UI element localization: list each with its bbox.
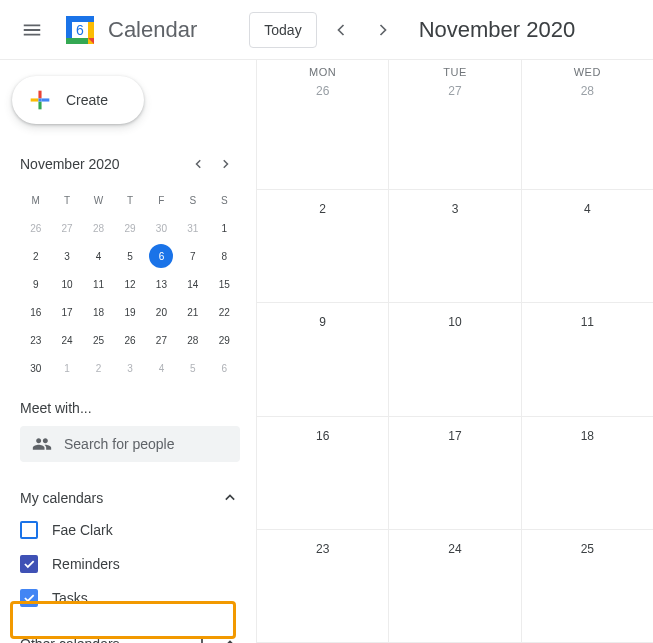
mini-day[interactable]: 19 [114, 298, 145, 326]
chevron-left-icon [331, 20, 351, 40]
mini-day[interactable]: 18 [83, 298, 114, 326]
mini-day[interactable]: 1 [209, 214, 240, 242]
main-menu-button[interactable] [8, 6, 56, 54]
mini-day[interactable]: 11 [83, 270, 114, 298]
calendar-checkbox[interactable] [20, 555, 38, 573]
day-cell[interactable]: 11 [522, 303, 653, 415]
day-number: 28 [581, 84, 594, 98]
today-button[interactable]: Today [249, 12, 316, 48]
grid-row: MON26TUE27WED28 [257, 60, 653, 190]
day-cell[interactable]: 3 [389, 190, 521, 302]
mini-day[interactable]: 17 [51, 298, 82, 326]
mini-day[interactable]: 30 [20, 354, 51, 382]
prev-period-button[interactable] [323, 12, 359, 48]
calendar-label: Tasks [52, 590, 88, 606]
calendar-checkbox[interactable] [20, 521, 38, 539]
mini-day[interactable]: 26 [114, 326, 145, 354]
people-icon [32, 434, 52, 454]
day-cell[interactable]: WED28 [522, 60, 653, 189]
day-number: 16 [316, 429, 329, 443]
mini-day[interactable]: 27 [51, 214, 82, 242]
other-calendars-section: Other calendars [20, 630, 240, 643]
search-people-input[interactable]: Search for people [20, 426, 240, 462]
mini-day[interactable]: 28 [83, 214, 114, 242]
mini-day[interactable]: 28 [177, 326, 208, 354]
svg-rect-11 [38, 98, 41, 101]
mini-day[interactable]: 23 [20, 326, 51, 354]
svg-rect-7 [38, 91, 41, 99]
my-calendars-header[interactable]: My calendars [20, 484, 240, 512]
mini-day[interactable]: 4 [146, 354, 177, 382]
my-calendars-section: My calendars Fae ClarkRemindersTasks [20, 484, 240, 614]
mini-day[interactable]: 15 [209, 270, 240, 298]
day-number: 25 [581, 542, 594, 556]
day-number: 11 [581, 315, 594, 329]
app-logo-group[interactable]: 6 Calendar [60, 10, 197, 50]
day-cell[interactable]: 9 [257, 303, 389, 415]
mini-calendar-title: November 2020 [20, 156, 120, 172]
mini-day[interactable]: 7 [177, 242, 208, 270]
chevron-left-icon [189, 155, 207, 173]
calendar-item[interactable]: Reminders [20, 548, 240, 580]
mini-next-month-button[interactable] [212, 150, 240, 178]
mini-day[interactable]: 21 [177, 298, 208, 326]
day-number: 27 [448, 84, 461, 98]
mini-day[interactable]: 6 [209, 354, 240, 382]
day-cell[interactable]: 16 [257, 417, 389, 529]
day-cell[interactable]: MON26 [257, 60, 389, 189]
next-period-button[interactable] [365, 12, 401, 48]
mini-day[interactable]: 6 [149, 244, 173, 268]
mini-day[interactable]: 20 [146, 298, 177, 326]
create-button[interactable]: Create [12, 76, 144, 124]
mini-day[interactable]: 9 [20, 270, 51, 298]
mini-day[interactable]: 24 [51, 326, 82, 354]
mini-day[interactable]: 31 [177, 214, 208, 242]
day-cell[interactable]: 24 [389, 530, 521, 642]
day-number: 18 [581, 429, 594, 443]
mini-dow: F [146, 186, 177, 214]
mini-day[interactable]: 29 [209, 326, 240, 354]
mini-day[interactable]: 14 [177, 270, 208, 298]
calendar-item[interactable]: Tasks [20, 582, 240, 614]
mini-day[interactable]: 1 [51, 354, 82, 382]
mini-prev-month-button[interactable] [184, 150, 212, 178]
plus-icon[interactable] [192, 634, 212, 643]
mini-day[interactable]: 26 [20, 214, 51, 242]
search-placeholder: Search for people [64, 436, 175, 452]
mini-day[interactable]: 2 [20, 242, 51, 270]
day-cell[interactable]: 4 [522, 190, 653, 302]
mini-day[interactable]: 4 [83, 242, 114, 270]
mini-day[interactable]: 25 [83, 326, 114, 354]
mini-day[interactable]: 22 [209, 298, 240, 326]
mini-day[interactable]: 12 [114, 270, 145, 298]
mini-day[interactable]: 10 [51, 270, 82, 298]
other-calendars-header[interactable]: Other calendars [20, 630, 240, 643]
mini-day[interactable]: 30 [146, 214, 177, 242]
sidebar: Create November 2020 MTWTFSS262728293031… [0, 60, 256, 643]
mini-day[interactable]: 3 [114, 354, 145, 382]
day-number: 17 [448, 429, 461, 443]
mini-day[interactable]: 2 [83, 354, 114, 382]
mini-dow: T [51, 186, 82, 214]
mini-day[interactable]: 29 [114, 214, 145, 242]
day-number: 26 [316, 84, 329, 98]
calendar-checkbox[interactable] [20, 589, 38, 607]
mini-day[interactable]: 16 [20, 298, 51, 326]
mini-day[interactable]: 8 [209, 242, 240, 270]
mini-dow: M [20, 186, 51, 214]
day-cell[interactable]: 25 [522, 530, 653, 642]
day-cell[interactable]: 2 [257, 190, 389, 302]
mini-day[interactable]: 5 [114, 242, 145, 270]
day-cell[interactable]: 23 [257, 530, 389, 642]
mini-day[interactable]: 13 [146, 270, 177, 298]
day-cell[interactable]: 17 [389, 417, 521, 529]
day-cell[interactable]: 18 [522, 417, 653, 529]
mini-day[interactable]: 3 [51, 242, 82, 270]
mini-day[interactable]: 27 [146, 326, 177, 354]
day-number: 24 [448, 542, 461, 556]
day-cell[interactable]: 10 [389, 303, 521, 415]
day-cell[interactable]: TUE27 [389, 60, 521, 189]
calendar-item[interactable]: Fae Clark [20, 514, 240, 546]
svg-rect-8 [42, 98, 50, 101]
mini-day[interactable]: 5 [177, 354, 208, 382]
